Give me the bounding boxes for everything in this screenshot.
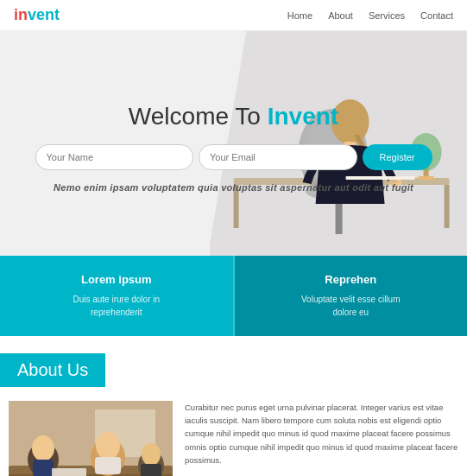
feature-title-1: Lorem ipsum — [17, 273, 216, 286]
about-heading: About Us — [17, 360, 88, 380]
email-input[interactable] — [199, 144, 357, 170]
about-image-column — [9, 401, 173, 476]
svg-point-26 — [96, 432, 120, 460]
about-text-column: Curabitur nec purus eget urna pulvinar p… — [185, 401, 458, 476]
nav-home[interactable]: Home — [287, 10, 312, 21]
svg-rect-16 — [419, 176, 434, 180]
feature-title-2: Reprehen — [252, 273, 451, 286]
svg-rect-32 — [141, 464, 161, 476]
logo-vent: vent — [28, 6, 60, 23]
about-header-bar: About Us — [0, 353, 105, 387]
nav-about[interactable]: About — [328, 10, 353, 21]
about-content: Curabitur nec purus eget urna pulvinar p… — [0, 401, 467, 476]
feature-item-2: Reprehen Voluptate velit esse cillum dol… — [235, 256, 468, 336]
register-button[interactable]: Register — [363, 144, 432, 170]
svg-rect-8 — [336, 200, 343, 234]
logo: invent — [14, 6, 60, 24]
about-image — [9, 401, 173, 476]
hero-background-image — [210, 31, 467, 256]
about-section: About Us — [0, 336, 467, 476]
svg-rect-28 — [52, 468, 86, 476]
nav-contact[interactable]: Contact — [420, 10, 453, 21]
logo-in: in — [14, 6, 28, 23]
about-body-text: Curabitur nec purus eget urna pulvinar p… — [185, 401, 458, 466]
hero-subtitle: Nemo enim ipsam voluptatem quia voluptas… — [54, 182, 413, 193]
nav-services[interactable]: Services — [369, 10, 405, 21]
svg-rect-27 — [95, 457, 121, 474]
svg-point-23 — [32, 435, 54, 461]
header: invent Home About Services Contact — [0, 0, 467, 31]
hero-section: Welcome To Invent Register Nemo enim ips… — [0, 31, 467, 256]
features-bar: Lorem ipsum Duis aute irure dolor in rep… — [0, 256, 467, 336]
svg-rect-4 — [445, 185, 450, 228]
main-nav: Home About Services Contact — [287, 10, 453, 21]
svg-point-31 — [142, 443, 161, 466]
hero-title-accent: Invent — [268, 103, 338, 130]
registration-form: Register — [35, 144, 432, 170]
feature-item-1: Lorem ipsum Duis aute irure dolor in rep… — [0, 256, 233, 336]
feature-desc-2: Voluptate velit esse cillum dolore eu — [252, 293, 451, 319]
hero-title-prefix: Welcome To — [129, 103, 268, 130]
name-input[interactable] — [35, 144, 194, 170]
svg-rect-12 — [346, 176, 415, 180]
hero-title: Welcome To Invent — [129, 103, 338, 130]
feature-desc-1: Duis aute irure dolor in reprehenderit — [17, 293, 216, 319]
svg-rect-24 — [33, 460, 54, 476]
